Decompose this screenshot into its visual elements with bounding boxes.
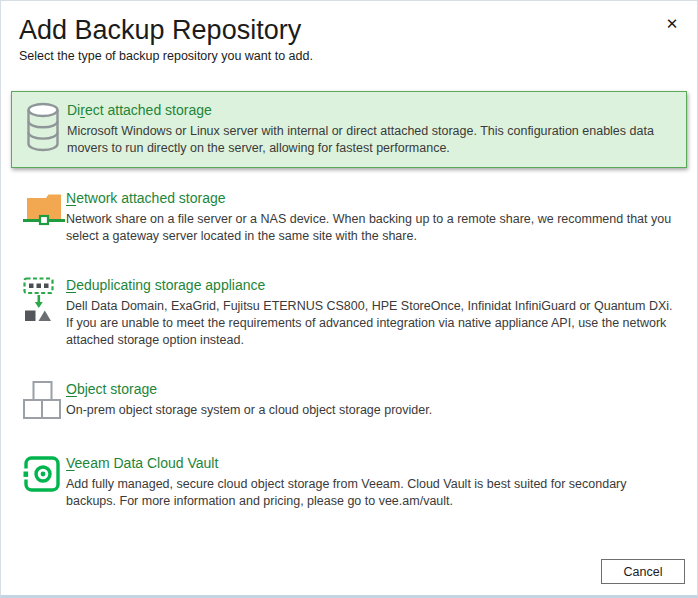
item-title-link[interactable]: Direct attached storage	[67, 101, 212, 119]
title-mnemonic: N	[66, 190, 76, 206]
title-text: etwork attached storage	[76, 190, 225, 206]
title-text: ect attached storage	[85, 102, 212, 118]
item-network-attached-storage[interactable]: Network attached storage Network share o…	[11, 168, 687, 255]
item-object-storage[interactable]: Object storage On-prem object storage sy…	[11, 359, 687, 433]
database-icon	[20, 101, 60, 156]
add-backup-repository-dialog: ✕ Add Backup Repository Select the type …	[0, 0, 698, 598]
item-content: Direct attached storage Microsoft Window…	[67, 101, 678, 157]
page-title: Add Backup Repository	[19, 13, 679, 47]
dedupe-appliance-icon	[19, 276, 55, 325]
close-icon[interactable]: ✕	[661, 13, 683, 35]
page-subtitle: Select the type of backup repository you…	[19, 47, 679, 65]
item-title-link[interactable]: Deduplicating storage appliance	[66, 276, 265, 294]
item-direct-attached-storage[interactable]: Direct attached storage Microsoft Window…	[11, 91, 687, 168]
item-veeam-data-cloud-vault[interactable]: Veeam Data Cloud Vault Add fully managed…	[11, 433, 687, 520]
repository-type-list: Direct attached storage Microsoft Window…	[1, 91, 697, 520]
item-title-link[interactable]: Veeam Data Cloud Vault	[66, 454, 218, 472]
item-description: Add fully managed, secure cloud object s…	[66, 476, 674, 510]
title-mnemonic: O	[66, 381, 77, 397]
title-mnemonic: D	[66, 277, 76, 293]
vault-icon	[19, 454, 61, 497]
item-description: On-prem object storage system or a cloud…	[66, 402, 674, 419]
item-description: Dell Data Domain, ExaGrid, Fujitsu ETERN…	[66, 298, 674, 349]
object-blocks-icon	[19, 380, 61, 423]
title-text: eduplicating storage appliance	[76, 277, 265, 293]
item-title-link[interactable]: Object storage	[66, 380, 157, 398]
folder-network-icon	[19, 189, 65, 232]
item-content: Object storage On-prem object storage sy…	[66, 380, 679, 423]
item-content: Network attached storage Network share o…	[66, 189, 679, 245]
item-description: Microsoft Windows or Linux server with i…	[67, 123, 675, 157]
dialog-header: Add Backup Repository Select the type of…	[1, 1, 697, 65]
title-text: eeam Data Cloud Vault	[75, 455, 219, 471]
item-description: Network share on a file server or a NAS …	[66, 211, 674, 245]
item-title-link[interactable]: Network attached storage	[66, 189, 226, 207]
item-content: Veeam Data Cloud Vault Add fully managed…	[66, 454, 679, 510]
cancel-button[interactable]: Cancel	[601, 559, 685, 584]
title-text: Di	[67, 102, 80, 118]
title-text: bject storage	[77, 381, 157, 397]
item-deduplicating-storage-appliance[interactable]: Deduplicating storage appliance Dell Dat…	[11, 255, 687, 359]
item-content: Deduplicating storage appliance Dell Dat…	[66, 276, 679, 349]
title-mnemonic: V	[66, 455, 75, 471]
